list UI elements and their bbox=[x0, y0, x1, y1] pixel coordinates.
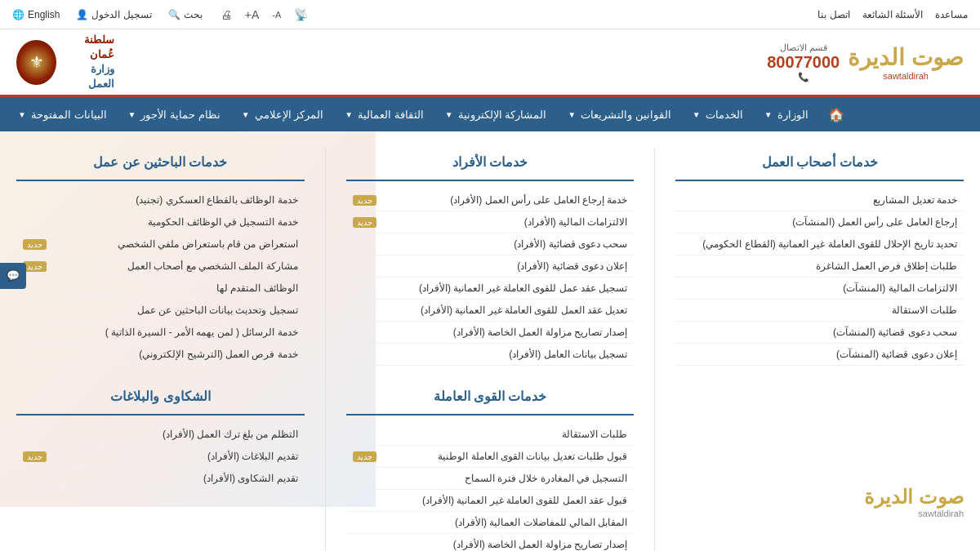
list-item[interactable]: الالتزامات المالية (الأفراد) جديد bbox=[346, 211, 635, 233]
service-link: خدمة إرجاع العامل على رأس العمل (الأفراد… bbox=[381, 194, 628, 206]
utility-icons: 📡 A- A+ 🖨 bbox=[219, 7, 310, 23]
nav-services-label: الخدمات bbox=[706, 109, 743, 121]
list-item[interactable]: سحب دعوى قضائية (المنشآت) bbox=[675, 322, 964, 344]
service-link: إصدار تصاريح مزاولة العمل الخاصة (الأفرا… bbox=[353, 539, 628, 550]
service-link: الالتزامات المالية (المنشآت) bbox=[682, 282, 957, 294]
service-link: استعراض من قام باستعراض ملفي الشخصي bbox=[51, 238, 298, 250]
service-link: طلبات إطلاق فرص العمل الشاغرة bbox=[682, 260, 957, 272]
logo-subtitle: sawtaldirah bbox=[848, 71, 964, 81]
list-item[interactable]: خدمة تعديل المشاريع bbox=[675, 189, 964, 211]
chat-icon: 💬 bbox=[7, 269, 20, 282]
list-item[interactable]: التظلم من بلغ ترك العمل (الأفراد) bbox=[16, 424, 305, 446]
language-switch[interactable]: English 🌐 bbox=[12, 9, 60, 20]
list-item[interactable]: تقديم البلاغات (الأفراد) جديد bbox=[16, 446, 305, 468]
list-item[interactable]: التسجيل في المغادرة خلال فترة السماح bbox=[346, 468, 635, 490]
list-item[interactable]: خدمة إرجاع العامل على رأس العمل (الأفراد… bbox=[346, 189, 635, 211]
sawt-logo: صوت الديرة sawtaldirah bbox=[848, 44, 964, 81]
nav-culture[interactable]: الثقافة العمالية ▼ bbox=[335, 97, 434, 131]
rss-button[interactable]: 📡 bbox=[292, 7, 310, 23]
list-item[interactable]: إرجاع العامل على رأس العمل (المنشآت) bbox=[675, 211, 964, 233]
services-content: خدمات أصحاب العمل خدمة تعديل المشاريع إر… bbox=[0, 131, 980, 551]
list-item[interactable]: قبول طلبات تعديل بيانات القوى العاملة ال… bbox=[346, 446, 635, 468]
service-link: الوظائف المتقدم لها bbox=[23, 282, 298, 294]
service-link: قبول عقد العمل للقوى العاملة غير العماني… bbox=[353, 495, 628, 506]
list-item[interactable]: مشاركة الملف الشخصي مع أصحاب العمل جديد bbox=[16, 256, 305, 278]
nav-media-label: المركز الإعلامي bbox=[255, 109, 324, 121]
nav-ministry-label: الوزارة bbox=[777, 109, 808, 121]
search-link[interactable]: بحث 🔍 bbox=[168, 9, 203, 20]
logo-title: صوت الديرة bbox=[848, 44, 964, 71]
list-item[interactable]: سحب دعوى قضائية (الأفراد) bbox=[346, 233, 635, 256]
nav-media[interactable]: المركز الإعلامي ▼ bbox=[232, 97, 334, 131]
list-item[interactable]: تسجيل بيانات العامل (الأفراد) bbox=[346, 344, 635, 366]
main-navigation: 🏠 الوزارة ▼ الخدمات ▼ القوانين والتشريعا… bbox=[0, 97, 980, 131]
list-item[interactable]: الوظائف المتقدم لها bbox=[16, 278, 305, 300]
list-item[interactable]: خدمة التسجيل في الوظائف الحكومية bbox=[16, 211, 305, 233]
nav-home[interactable]: 🏠 bbox=[820, 97, 853, 131]
nav-culture-label: الثقافة العمالية bbox=[358, 109, 424, 121]
contact-text: اتصل بنا bbox=[817, 9, 849, 20]
list-item[interactable]: الالتزامات المالية (المنشآت) bbox=[675, 278, 964, 300]
nav-wages[interactable]: نظام حماية الأجور ▼ bbox=[118, 97, 230, 131]
nav-opendata[interactable]: البيانات المفتوحة ▼ bbox=[8, 97, 117, 131]
header-logo-left: صوت الديرة sawtaldirah قسم الاتصال 80077… bbox=[767, 42, 964, 82]
jobseekers-col-title: خدمات الباحثين عن عمل bbox=[16, 148, 305, 181]
chevron-down-icon: ▼ bbox=[693, 110, 701, 119]
chevron-down-icon: ▼ bbox=[568, 110, 576, 119]
list-item[interactable]: إعلان دعوى قضائية (المنشآت) bbox=[675, 344, 964, 366]
service-link: سحب دعوى قضائية (المنشآت) bbox=[682, 327, 957, 338]
list-item[interactable]: إعلان دعوى قضائية (الأفراد) bbox=[346, 256, 635, 278]
help-link[interactable]: مساعدة bbox=[935, 9, 968, 20]
chat-button[interactable]: 💬 bbox=[0, 263, 26, 289]
list-item[interactable]: استعراض من قام باستعراض ملفي الشخصي جديد bbox=[16, 233, 305, 256]
faq-text: الأسئلة الشائعة bbox=[862, 9, 923, 20]
list-item[interactable]: إصدار تصاريح مزاولة العمل الخاصة (الأفرا… bbox=[346, 322, 635, 344]
list-item[interactable]: خدمة الوظائف بالقطاع العسكري (تجنيد) bbox=[16, 189, 305, 211]
globe-icon: 🌐 bbox=[12, 9, 24, 20]
list-item[interactable]: إصدار تصاريح مزاولة العمل الخاصة (الأفرا… bbox=[346, 534, 635, 551]
service-link: قبول طلبات تعديل بيانات القوى العاملة ال… bbox=[381, 451, 628, 462]
font-increase-button[interactable]: A+ bbox=[243, 7, 261, 23]
list-item[interactable]: تسجيل وتحديث بيانات الباحثين عن عمل bbox=[16, 300, 305, 322]
new-badge: جديد bbox=[23, 451, 47, 462]
login-link[interactable]: تسجيل الدخول 👤 bbox=[76, 9, 151, 20]
list-item[interactable]: تحديد تاريخ الإحلال للقوى العاملة غير ال… bbox=[675, 233, 964, 256]
service-link: المقابل المالي للمفاضلات العمالية (الأفر… bbox=[353, 517, 628, 528]
print-button[interactable]: 🖨 bbox=[219, 7, 234, 23]
list-item[interactable]: طلبات الاستقالة bbox=[346, 424, 635, 446]
nav-services[interactable]: الخدمات ▼ bbox=[683, 97, 753, 131]
service-link: تقديم البلاغات (الأفراد) bbox=[51, 451, 298, 462]
service-link: خدمة فرص العمل (الترشيح الإلكتروني) bbox=[23, 349, 298, 360]
ministry-logo: سلطنة عُمان وزارة العمل ⚜ bbox=[16, 38, 114, 87]
list-item[interactable]: طلبات إطلاق فرص العمل الشاغرة bbox=[675, 256, 964, 278]
contact-link[interactable]: اتصل بنا bbox=[817, 9, 849, 20]
list-item[interactable]: تعديل عقد العمل للقوى العاملة غير العمان… bbox=[346, 300, 635, 322]
service-link: إصدار تصاريح مزاولة العمل الخاصة (الأفرا… bbox=[353, 327, 628, 338]
list-item[interactable]: تسجيل عقد عمل للقوى العاملة غير العمانية… bbox=[346, 278, 635, 300]
list-item[interactable]: تقديم الشكاوى (الأفراد) bbox=[16, 468, 305, 490]
faq-link[interactable]: الأسئلة الشائعة bbox=[862, 9, 923, 20]
list-item[interactable]: خدمة فرص العمل (الترشيح الإلكتروني) bbox=[16, 344, 305, 366]
individuals-col-title: خدمات الأفراد bbox=[346, 148, 635, 181]
nav-laws[interactable]: القوانين والتشريعات ▼ bbox=[558, 97, 681, 131]
nav-laws-label: القوانين والتشريعات bbox=[581, 109, 671, 121]
service-link: مشاركة الملف الشخصي مع أصحاب العمل bbox=[51, 260, 298, 272]
font-decrease-button[interactable]: A- bbox=[270, 8, 283, 21]
new-badge: جديد bbox=[23, 261, 47, 272]
list-item[interactable]: خدمة الرسائل ( لمن يهمه الأمر - السيرة ا… bbox=[16, 322, 305, 344]
chevron-down-icon: ▼ bbox=[764, 110, 773, 119]
complaints-col-title: الشكاوى والبلاغات bbox=[16, 382, 305, 415]
list-item[interactable]: قبول عقد العمل للقوى العاملة غير العماني… bbox=[346, 490, 635, 512]
list-item[interactable]: طلبات الاستقالة bbox=[675, 300, 964, 322]
sawt-watermark: صوت الديرة sawtaldirah bbox=[864, 486, 964, 518]
watermark-title: صوت الديرة bbox=[864, 486, 964, 509]
service-link: الالتزامات المالية (الأفراد) bbox=[381, 216, 628, 228]
service-link: خدمة الرسائل ( لمن يهمه الأمر - السيرة ا… bbox=[23, 327, 298, 338]
jobseekers-services-col: خدمات الباحثين عن عمل خدمة الوظائف بالقط… bbox=[16, 148, 305, 551]
list-item[interactable]: المقابل المالي للمفاضلات العمالية (الأفر… bbox=[346, 512, 635, 534]
nav-eparticipation[interactable]: المشاركة الإلكترونية ▼ bbox=[435, 97, 557, 131]
nav-ministry[interactable]: الوزارة ▼ bbox=[755, 97, 818, 131]
service-link: إعلان دعوى قضائية (الأفراد) bbox=[353, 260, 628, 272]
user-icon: 👤 bbox=[76, 9, 88, 20]
search-text: بحث bbox=[184, 9, 203, 20]
